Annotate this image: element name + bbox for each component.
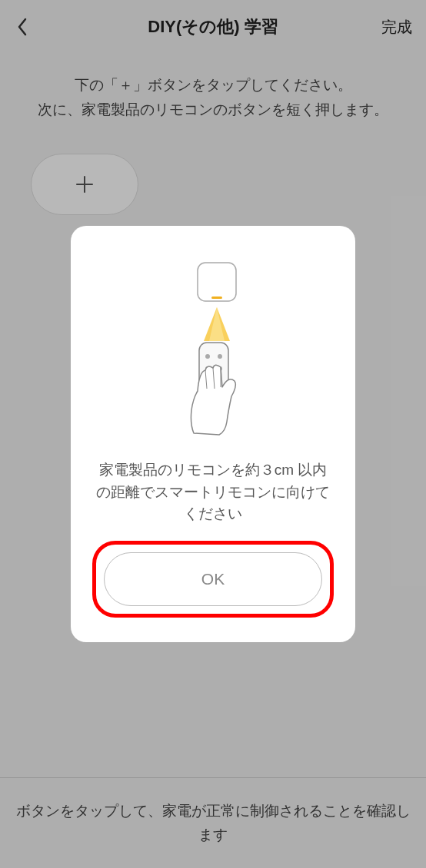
illustration	[92, 257, 334, 441]
ok-highlight: OK	[92, 541, 334, 618]
svg-rect-3	[211, 297, 222, 299]
svg-rect-2	[198, 263, 236, 301]
modal-overlay: 家電製品のリモコンを約３cm 以内の距離でスマートリモコンに向けてください OK	[0, 0, 426, 868]
modal: 家電製品のリモコンを約３cm 以内の距離でスマートリモコンに向けてください OK	[71, 226, 355, 642]
ok-button[interactable]: OK	[104, 552, 322, 606]
modal-text: 家電製品のリモコンを約３cm 以内の距離でスマートリモコンに向けてください	[92, 459, 334, 525]
svg-point-5	[205, 354, 210, 359]
svg-point-6	[218, 354, 222, 359]
